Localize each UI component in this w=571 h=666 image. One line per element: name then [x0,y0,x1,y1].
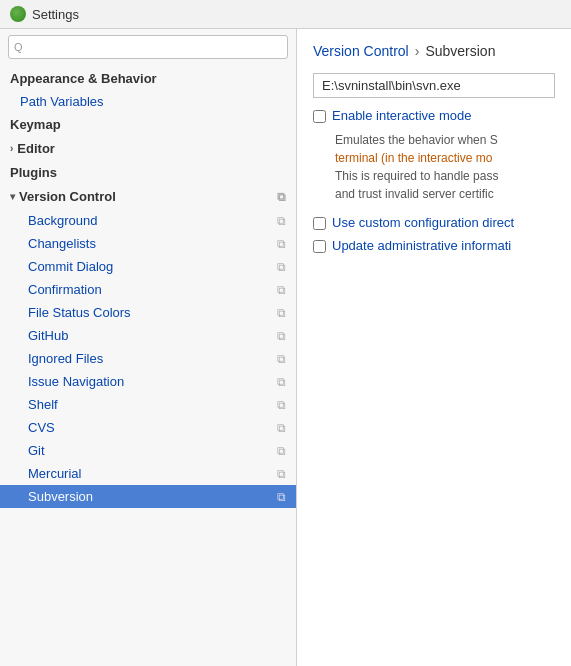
ignored-files-copy-icon: ⧉ [277,352,286,366]
sidebar: Q Appearance & Behavior Path Variables K… [0,29,297,666]
sidebar-item-cvs[interactable]: CVS ⧉ [0,416,296,439]
confirmation-copy-icon: ⧉ [277,283,286,297]
use-custom-config-checkbox[interactable] [313,217,326,230]
github-copy-icon: ⧉ [277,329,286,343]
app-icon [10,6,26,22]
commit-dialog-copy-icon: ⧉ [277,260,286,274]
title-bar: Settings [0,0,571,29]
breadcrumb-separator: › [415,43,420,59]
breadcrumb: Version Control › Subversion [313,43,555,59]
sidebar-item-changelists[interactable]: Changelists ⧉ [0,232,296,255]
sidebar-list: Appearance & Behavior Path Variables Key… [0,65,296,666]
issue-nav-copy-icon: ⧉ [277,375,286,389]
sidebar-item-file-status-colors[interactable]: File Status Colors ⧉ [0,301,296,324]
sidebar-item-shelf[interactable]: Shelf ⧉ [0,393,296,416]
sidebar-item-github[interactable]: GitHub ⧉ [0,324,296,347]
update-admin-info-row: Update administrative informati [313,238,555,253]
background-copy-icon: ⧉ [277,214,286,228]
sidebar-item-plugins[interactable]: Plugins [0,161,296,184]
desc-line2-highlight: terminal (in the interactive mo [335,151,492,165]
update-admin-info-label[interactable]: Update administrative informati [332,238,511,253]
changelists-copy-icon: ⧉ [277,237,286,251]
sidebar-item-path-variables[interactable]: Path Variables [0,90,296,113]
sidebar-item-keymap[interactable]: Keymap [0,113,296,136]
sidebar-item-background[interactable]: Background ⧉ [0,209,296,232]
main-layout: Q Appearance & Behavior Path Variables K… [0,29,571,666]
search-input[interactable] [8,35,288,59]
sidebar-item-mercurial[interactable]: Mercurial ⧉ [0,462,296,485]
sidebar-item-appearance[interactable]: Appearance & Behavior [0,65,296,90]
sidebar-item-commit-dialog[interactable]: Commit Dialog ⧉ [0,255,296,278]
mercurial-copy-icon: ⧉ [277,467,286,481]
use-custom-config-label[interactable]: Use custom configuration direct [332,215,514,230]
title-bar-text: Settings [32,7,79,22]
sidebar-item-ignored-files[interactable]: Ignored Files ⧉ [0,347,296,370]
shelf-copy-icon: ⧉ [277,398,286,412]
search-icon: Q [14,41,23,53]
sidebar-item-issue-navigation[interactable]: Issue Navigation ⧉ [0,370,296,393]
search-box[interactable]: Q [8,35,288,59]
vc-chevron-icon: ▾ [10,191,15,202]
desc-line4: and trust invalid server certific [335,185,555,203]
desc-line3: This is required to handle pass [335,167,555,185]
update-admin-info-checkbox[interactable] [313,240,326,253]
sidebar-item-subversion[interactable]: Subversion ⧉ [0,485,296,508]
sidebar-item-git[interactable]: Git ⧉ [0,439,296,462]
sidebar-item-version-control[interactable]: ▾ Version Control ⧉ [0,184,296,209]
desc-line2: terminal (in the interactive mo [335,149,555,167]
vc-copy-icon: ⧉ [277,190,286,204]
sidebar-item-confirmation[interactable]: Confirmation ⧉ [0,278,296,301]
subversion-copy-icon: ⧉ [277,490,286,504]
interactive-description: Emulates the behavior when S terminal (i… [335,131,555,203]
file-status-copy-icon: ⧉ [277,306,286,320]
desc-line1: Emulates the behavior when S [335,131,555,149]
editor-chevron-icon: › [10,143,13,154]
enable-interactive-checkbox[interactable] [313,110,326,123]
breadcrumb-parent: Version Control [313,43,409,59]
svn-path-input[interactable] [313,73,555,98]
cvs-copy-icon: ⧉ [277,421,286,435]
use-custom-config-row: Use custom configuration direct [313,215,555,230]
enable-interactive-row: Enable interactive mode [313,108,555,123]
content-panel: Version Control › Subversion Enable inte… [297,29,571,666]
breadcrumb-current: Subversion [425,43,495,59]
enable-interactive-label[interactable]: Enable interactive mode [332,108,471,123]
git-copy-icon: ⧉ [277,444,286,458]
sidebar-item-editor[interactable]: › Editor [0,136,296,161]
